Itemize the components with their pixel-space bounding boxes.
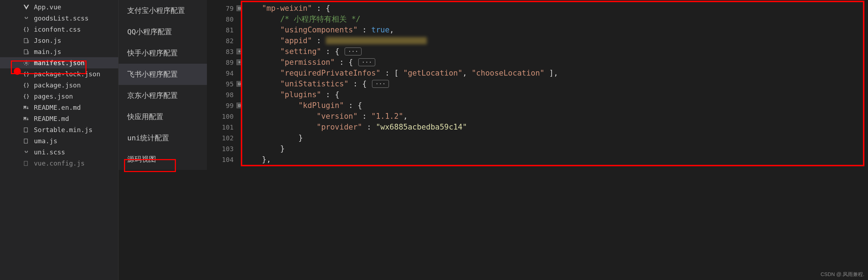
js-icon [22,48,30,56]
file-item-readme-en[interactable]: M↓ README.en.md [0,102,118,113]
file-item-app-vue[interactable]: App.vue [0,1,118,13]
file-item-goodslist[interactable]: goodsList.scss [0,13,118,24]
md-icon: M↓ [22,104,30,112]
file-item-uni-scss[interactable]: uni.scss [0,146,118,158]
file-explorer: App.vue goodsList.scss iconfont.css Json… [0,0,118,280]
file-item-package[interactable]: package.json [0,80,118,91]
file-item-pages[interactable]: pages.json [0,91,118,102]
scss-icon [22,14,30,22]
file-label: README.md [34,115,69,122]
file-label: package.json [34,81,81,89]
file-item-iconfont[interactable]: iconfont.css [0,24,118,35]
file-label: App.vue [34,3,61,11]
config-qq[interactable]: QQ小程序配置 [119,21,207,42]
svg-rect-4 [24,139,27,143]
file-label: README.en.md [34,104,81,111]
svg-rect-5 [24,161,27,166]
file-item-vue-config[interactable]: vue.config.js [0,158,118,169]
config-feishu[interactable]: 飞书小程序配置 [119,64,207,85]
code-editor[interactable]: 79⊟ 80 81 82 83+ 89+ 94 95⊟ 98 99⊟ 100 1… [207,0,868,280]
config-panel: 支付宝小程序配置 QQ小程序配置 快手小程序配置 飞书小程序配置 京东小程序配置… [118,0,207,280]
config-alipay[interactable]: 支付宝小程序配置 [119,0,207,21]
annotation-box [124,159,176,172]
file-item-main-js[interactable]: main.js [0,46,118,57]
annotation-box [11,60,87,74]
js-icon [22,159,30,167]
config-jd[interactable]: 京东小程序配置 [119,85,207,106]
file-label: uni.scss [34,148,65,156]
file-label: pages.json [34,92,73,100]
file-label: main.js [34,48,61,55]
file-item-sortable[interactable]: Sortable.min.js [0,124,118,135]
config-unistat[interactable]: uni统计配置 [119,127,207,149]
watermark: CSDN @.风雨兼程. [820,271,864,278]
md-icon: M↓ [22,115,30,123]
json-icon [22,81,30,89]
config-quickapp[interactable]: 快应用配置 [119,106,207,127]
svg-rect-1 [24,50,27,54]
annotation-box [241,1,864,166]
js-icon [22,37,30,45]
css-icon [22,26,30,33]
file-label: goodsList.scss [34,14,89,22]
config-kuaishou[interactable]: 快手小程序配置 [119,42,207,64]
line-gutter: 79⊟ 80 81 82 83+ 89+ 94 95⊟ 98 99⊟ 100 1… [207,0,244,280]
svg-rect-0 [24,39,27,43]
scss-icon [22,148,30,156]
js-icon [22,126,30,134]
file-item-json-js[interactable]: Json.js [0,35,118,46]
file-label: Sortable.min.js [34,126,93,134]
js-icon [22,137,30,145]
file-item-readme[interactable]: M↓ README.md [0,113,118,124]
file-label: iconfont.css [34,26,81,33]
file-item-uma[interactable]: uma.js [0,135,118,146]
json-icon [22,92,30,100]
svg-rect-3 [24,128,27,132]
file-label: uma.js [34,137,57,145]
annotation-dot [14,68,21,75]
file-label: Json.js [34,37,61,44]
vue-icon [22,3,30,11]
file-label: vue.config.js [34,159,85,167]
